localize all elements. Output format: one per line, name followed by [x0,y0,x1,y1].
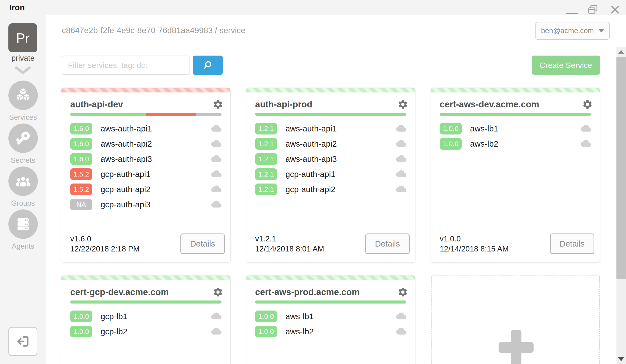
version-badge: 1.6.0 [70,153,92,165]
card-version: v1.0.0 [440,234,509,244]
instance-list: 1.0.0 aws-lb1 1.0.0 aws-lb2 [246,309,415,339]
instance-list: 1.6.0 aws-auth-api1 1.6.0 aws-auth-api2 … [61,121,230,212]
sidebar-item-agents[interactable]: Agents [0,209,46,250]
key-icon [8,123,38,153]
cloud-icon [211,326,222,337]
instance-row: 1.6.0 aws-auth-api3 [61,151,230,166]
cloud-icon [396,123,406,134]
version-progress-bar [70,300,222,304]
sign-out-icon [16,334,30,349]
caret-down-icon [598,29,604,33]
sidebar-item-secrets[interactable]: Secrets [0,123,46,164]
instance-row: 1.0.0 gcp-lb1 [61,309,230,324]
cloud-icon [396,154,406,164]
instance-row: 1.0.0 gcp-lb2 [61,324,230,339]
progress-segment [440,113,591,116]
instance-row: 1.2.1 aws-auth-api3 [246,151,415,166]
version-badge: 1.0.0 [255,326,277,337]
sidebar-item-label: Groups [0,199,46,207]
vertical-scrollbar[interactable] [616,47,626,364]
details-button[interactable]: Details [180,234,225,254]
instance-row: 1.5.2 gcp-auth-api2 [61,182,230,197]
gear-icon[interactable] [582,99,593,110]
version-badge: 1.2.1 [255,168,277,180]
create-service-button[interactable]: Create Service [532,56,600,75]
instance-row: 1.2.1 gcp-auth-api1 [246,166,415,182]
cloud-icon [581,123,591,134]
progress-segment [70,113,146,116]
version-badge: 1.0.0 [70,311,92,322]
user-menu[interactable]: ben@acme.com [535,22,610,40]
instance-name: gcp-lb2 [101,327,211,336]
progress-segment [196,113,222,116]
card-title: auth-api-prod [255,99,312,110]
filter-services-input[interactable] [62,56,190,75]
breadcrumb: c8647e2b-f2fe-4e9c-8e70-76d81aa49983 / s… [62,26,245,35]
service-card: auth-api-prod 1.2.1 aws-auth-api1 1.2.1 … [246,88,415,262]
scroll-down-arrow[interactable] [618,357,624,361]
close-icon [609,4,621,15]
maximize-button[interactable] [587,4,598,15]
version-badge: 1.0.0 [255,311,277,322]
instance-name: aws-auth-api2 [101,139,211,149]
version-progress-bar [440,113,591,116]
instance-name: gcp-auth-api2 [101,185,211,194]
chevron-down-icon[interactable] [14,66,31,77]
version-badge: 1.0.0 [440,138,462,150]
minimize-button[interactable] [566,13,578,14]
cloud-icon [396,311,406,322]
sidebar-item-label: Secrets [0,156,46,164]
scroll-up-arrow[interactable] [618,50,624,54]
scrollbar-thumb[interactable] [616,57,626,279]
version-badge: 1.5.2 [70,184,92,195]
card-status-stripe [246,276,415,280]
instance-row: 1.5.2 gcp-auth-api1 [61,166,230,182]
details-button[interactable]: Details [550,234,594,254]
instance-row: 1.0.0 aws-lb1 [246,309,415,324]
app-window: Iron Pr private [0,0,626,364]
servers-icon [8,209,38,239]
logout-button[interactable] [8,327,37,356]
card-updated: 12/14/2018 8:15 AM [440,244,509,254]
instance-name: gcp-auth-api2 [285,185,396,194]
version-badge: 1.6.0 [70,123,92,134]
instance-name: aws-lb1 [470,124,581,133]
sidebar-item-groups[interactable]: Groups [0,166,46,207]
cloud-icon [211,169,222,179]
main-panel: c8647e2b-f2fe-4e9c-8e70-76d81aa49983 / s… [46,15,626,364]
gear-icon[interactable] [213,99,223,110]
card-title: auth-api-dev [70,99,123,110]
cubes-icon [8,81,38,110]
version-badge: 1.0.0 [440,123,462,134]
search-button[interactable] [193,56,223,75]
details-button[interactable]: Details [365,234,410,254]
cloud-icon [396,169,406,179]
card-status-stripe [431,88,600,92]
card-status-stripe [246,88,415,92]
card-title: cert-gcp-dev.acme.com [70,287,169,297]
sidebar-item-services[interactable]: Services [0,81,46,122]
card-version: v1.2.1 [255,234,324,244]
version-badge: 1.6.0 [70,138,92,150]
instance-name: aws-auth-api1 [285,124,396,133]
gear-icon[interactable] [397,287,408,297]
instance-list: 1.0.0 gcp-lb1 1.0.0 gcp-lb2 [61,309,230,339]
instance-row: 1.0.0 aws-lb1 [431,121,600,136]
org-tile[interactable]: Pr [8,23,37,52]
cloud-icon [581,139,591,149]
instance-name: aws-lb2 [285,327,396,336]
app-title: Iron [9,3,25,12]
instance-row: NA gcp-auth-api3 [61,197,230,212]
sidebar-item-label: Agents [0,242,46,250]
version-badge: 1.2.1 [255,153,277,165]
close-button[interactable] [609,4,621,15]
add-service-card[interactable] [431,276,600,364]
instance-row: 1.2.1 aws-auth-api2 [246,136,415,151]
instance-row: 1.6.0 aws-auth-api2 [61,136,230,151]
user-menu-label: ben@acme.com [541,27,594,35]
service-card: cert-gcp-dev.acme.com 1.0.0 gcp-lb1 1.0.… [61,276,230,364]
gear-icon[interactable] [397,99,408,110]
gear-icon[interactable] [213,287,223,297]
instance-name: aws-lb1 [285,312,396,321]
version-badge: 1.2.1 [255,123,277,134]
